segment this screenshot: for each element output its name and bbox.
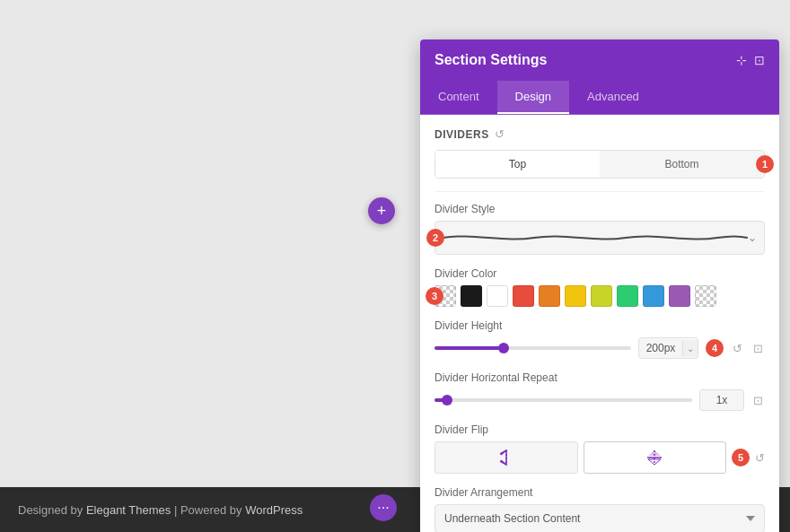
more-options-button[interactable]: ··· <box>370 494 397 521</box>
divider-height-slider-row: 200px ⌄ 4 ↺ ⊡ <box>434 337 765 359</box>
color-swatch-blue[interactable] <box>643 285 664 307</box>
badge-2: 2 <box>426 229 444 247</box>
tab-content[interactable]: Content <box>420 81 497 114</box>
divider-style-label: Divider Style <box>434 203 765 215</box>
flip-reset-button[interactable]: ↺ <box>755 451 765 465</box>
footer-separator: | Powered by <box>171 503 245 517</box>
panel-header-icons: ⊹ ⊡ <box>736 53 765 67</box>
divider-color-label: Divider Color <box>434 267 765 280</box>
color-swatch-orange[interactable] <box>539 285 560 307</box>
divider-height-value-box: 200px ⌄ <box>638 337 698 359</box>
divider-repeat-track[interactable] <box>434 398 692 402</box>
divider-flip-label: Divider Flip <box>434 423 765 436</box>
dividers-reset-icon[interactable]: ↺ <box>495 127 505 141</box>
svg-marker-2 <box>648 450 661 456</box>
badge-3: 3 <box>426 287 443 305</box>
color-swatch-yellow[interactable] <box>565 285 586 307</box>
add-section-button[interactable]: + <box>368 197 395 224</box>
divider-height-value[interactable]: 200px <box>639 338 682 358</box>
divider-flip-row: 5 ↺ <box>434 441 765 474</box>
panel-header: Section Settings ⊹ ⊡ <box>420 39 779 81</box>
divider-arrangement-label: Divider Arrangement <box>434 486 765 499</box>
panel-toggle-button[interactable]: ⊡ <box>754 53 765 67</box>
panel-title: Section Settings <box>434 52 547 68</box>
divider-arrangement-select[interactable]: Underneath Section Content On Top of Sec… <box>434 504 765 532</box>
divider-repeat-label: Divider Horizontal Repeat <box>434 371 765 384</box>
footer-text: Designed by Elegant Themes | Powered by … <box>18 503 303 517</box>
divider-style-select[interactable]: 2 ⌄ <box>434 221 765 255</box>
divider-height-reset[interactable]: ↺ <box>731 340 744 357</box>
divider-height-fill <box>434 346 504 350</box>
divider-height-field: Divider Height 200px ⌄ 4 ↺ ⊡ <box>434 319 765 359</box>
divider-height-thumb[interactable] <box>498 343 509 353</box>
badge-1: 1 <box>756 155 774 173</box>
divider-repeat-slider-row: 1x ⊡ <box>434 389 765 411</box>
footer-powered-link[interactable]: WordPress <box>245 503 303 517</box>
tab-advanced[interactable]: Advanced <box>569 81 657 114</box>
top-bottom-toggle: Top Bottom <box>434 150 765 179</box>
divider-height-label: Divider Height <box>434 319 765 332</box>
dividers-label: Dividers <box>434 128 489 141</box>
section-settings-panel: Section Settings ⊹ ⊡ Content Design Adva… <box>420 39 779 532</box>
panel-body: Dividers ↺ Top Bottom 1 Divider Style 2 … <box>420 115 779 532</box>
divider-color-row: 3 <box>434 285 765 307</box>
flip-vertical-button[interactable] <box>584 441 727 474</box>
tab-design[interactable]: Design <box>497 81 569 114</box>
divider-repeat-field: Divider Horizontal Repeat 1x ⊡ <box>434 371 765 411</box>
color-swatch-green[interactable] <box>617 285 638 307</box>
divider-repeat-thumb[interactable] <box>442 395 452 406</box>
color-swatch-red[interactable] <box>513 285 534 307</box>
flip-horizontal-button[interactable] <box>434 441 578 474</box>
divider-height-track[interactable] <box>434 346 631 350</box>
dividers-section-header: Dividers ↺ <box>434 127 765 141</box>
style-select-arrow[interactable]: ⌄ <box>748 231 757 244</box>
panel-tabs: Content Design Advanced <box>420 81 779 115</box>
divider-repeat-responsive[interactable]: ⊡ <box>751 392 765 409</box>
top-tab-button[interactable]: Top <box>435 151 600 178</box>
divider-height-unit-select[interactable]: ⌄ <box>682 340 698 357</box>
color-swatch-yellow-green[interactable] <box>591 285 612 307</box>
badge-4: 4 <box>706 339 724 357</box>
bottom-tab-button[interactable]: Bottom <box>600 151 764 178</box>
color-swatch-black[interactable] <box>461 285 482 307</box>
badge-5: 5 <box>732 449 750 467</box>
divider-height-responsive[interactable]: ⊡ <box>751 340 765 357</box>
footer-designed-by: Designed by <box>18 503 86 517</box>
footer-brand-link[interactable]: Elegant Themes <box>86 503 171 517</box>
add-icon: + <box>377 202 387 221</box>
divider-repeat-value[interactable]: 1x <box>700 390 743 410</box>
color-swatch-purple[interactable] <box>669 285 690 307</box>
style-preview <box>443 227 748 249</box>
color-swatch-white[interactable] <box>487 285 508 307</box>
color-swatch-checkerboard[interactable] <box>695 285 716 307</box>
panel-fullscreen-button[interactable]: ⊹ <box>736 53 747 67</box>
more-dots-icon: ··· <box>377 500 389 516</box>
divider-repeat-value-box: 1x <box>699 389 744 411</box>
